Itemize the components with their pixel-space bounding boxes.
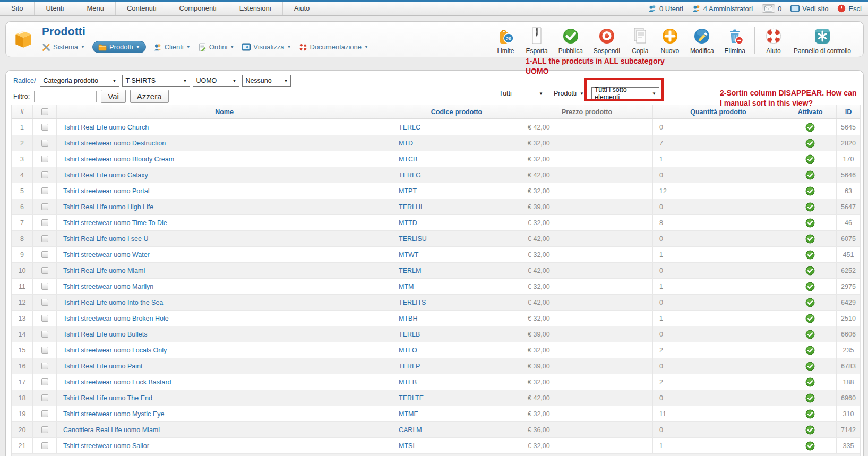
row-checkbox[interactable] [41,315,48,322]
publish-button[interactable]: Pubblica [554,26,588,55]
row-checkbox[interactable] [41,331,48,338]
row-checkbox[interactable] [41,171,48,178]
messages-link[interactable]: 0 [762,4,781,13]
row-checkbox[interactable] [41,124,48,131]
product-name-link[interactable]: Tshirt streetwear uomo Destruction [63,140,166,147]
menu-aiuto[interactable]: Aiuto [283,2,322,15]
subcategory-select-2[interactable]: UOMO ▼ [193,75,239,87]
menu-estensioni[interactable]: Estensioni [228,2,283,15]
row-checkbox[interactable] [41,156,48,162]
vm-menu-documentazione[interactable]: Documentazione ▼ [299,43,368,51]
row-checkbox[interactable] [41,410,48,417]
status-select[interactable]: Tutti ▼ [496,88,546,99]
active-check-icon[interactable] [805,441,815,451]
column-header-name[interactable]: Nome [57,105,392,118]
active-check-icon[interactable] [805,409,815,419]
product-name-link[interactable]: Tshirt streetwear uomo Locals Only [63,347,167,354]
active-check-icon[interactable] [805,186,815,196]
row-checkbox[interactable] [41,378,48,385]
product-name-link[interactable]: Canottiera Real Life uomo Miami [63,426,160,434]
product-name-link[interactable]: Tshirt Real Life uomo Paint [63,363,142,370]
active-check-icon[interactable] [805,314,815,323]
active-check-icon[interactable] [805,234,815,244]
reset-button[interactable]: Azzera [130,90,169,103]
active-check-icon[interactable] [805,377,815,387]
vm-menu-sistema[interactable]: Sistema ▼ [42,43,85,51]
row-checkbox[interactable] [41,235,48,242]
root-category-link[interactable]: Radice/ [13,77,36,84]
active-check-icon[interactable] [805,362,815,371]
active-check-icon[interactable] [805,154,815,164]
menu-contenuti[interactable]: Contenuti [116,2,168,15]
product-name-link[interactable]: Tshirt Real Life uomo Galaxy [63,171,148,179]
row-checkbox[interactable] [41,442,48,449]
limit-button[interactable]: 20 Limite [491,26,520,55]
row-checkbox[interactable] [41,347,48,354]
product-name-link[interactable]: Tshirt Real Life uomo Into the Sea [63,299,163,306]
control-panel-button[interactable]: Pannello di controllo [789,26,856,55]
row-checkbox[interactable] [41,363,48,369]
row-checkbox[interactable] [41,267,48,274]
active-check-icon[interactable] [805,250,815,260]
active-check-icon[interactable] [805,346,815,355]
product-name-link[interactable]: Tshirt Real Life uomo The End [63,394,152,402]
active-check-icon[interactable] [805,330,815,339]
product-name-link[interactable]: Tshirt Real Life uomo Miami [63,267,145,274]
active-check-icon[interactable] [805,393,815,403]
active-check-icon[interactable] [805,425,815,435]
menu-menu[interactable]: Menu [75,2,116,15]
subcategory-select-1[interactable]: T-SHIRTS ▼ [122,75,190,87]
export-button[interactable]: Esporta [521,26,552,55]
column-header-code[interactable]: Codice prodotto [392,105,521,118]
product-name-link[interactable]: Tshirt streetwear uomo Mystic Eye [63,410,164,418]
row-checkbox[interactable] [41,426,48,433]
row-checkbox[interactable] [41,219,48,226]
product-name-link[interactable]: Tshirt streetwear uomo Water [63,251,150,259]
product-name-link[interactable]: Tshirt Real Life uomo Bullets [63,331,147,338]
edit-button[interactable]: Modifica [685,26,719,55]
active-check-icon[interactable] [805,123,815,132]
row-checkbox[interactable] [41,394,48,401]
active-check-icon[interactable] [805,282,815,291]
row-checkbox[interactable] [41,140,48,147]
active-check-icon[interactable] [805,202,815,212]
category-select[interactable]: Categoria prodotto ▼ [40,75,119,87]
product-name-link[interactable]: Tshirt streetwear uomo Sailor [63,442,149,450]
scope-select[interactable]: Tutti i sotto elementi ▼ [591,87,659,100]
row-checkbox[interactable] [41,299,48,306]
vm-menu-ordini[interactable]: Ordini ▼ [198,43,235,51]
row-checkbox[interactable] [41,203,48,210]
active-check-icon[interactable] [805,218,815,228]
filter-input[interactable] [34,91,97,102]
copy-button[interactable]: Copia [626,26,655,55]
active-check-icon[interactable] [805,170,815,180]
product-name-link[interactable]: Tshirt streetwear uomo Fuck Bastard [63,378,171,386]
product-name-link[interactable]: Tshirt Real Life uomo Church [63,124,149,131]
vm-menu-visualizza[interactable]: Visualizza ▼ [242,43,291,51]
product-name-link[interactable]: Tshirt streetwear uomo Marilyn [63,283,153,290]
help-button[interactable]: Aiuto [759,26,788,55]
product-name-link[interactable]: Tshirt streetwear uomo Broken Hole [63,315,169,322]
product-name-link[interactable]: Tshirt Real Life uomo High Life [63,203,153,211]
active-check-icon[interactable] [805,298,815,307]
product-name-link[interactable]: Tshirt streetwear uomo Bloody Cream [63,156,174,163]
select-all-checkbox[interactable] [41,108,48,115]
logout-link[interactable]: Esci [837,4,862,13]
product-name-link[interactable]: Tshirt streetwear uomo Portal [63,187,150,195]
suspend-button[interactable]: Sospendi [589,26,625,55]
active-check-icon[interactable] [805,266,815,276]
row-checkbox[interactable] [41,251,48,258]
new-button[interactable]: Nuovo [656,26,684,55]
product-name-link[interactable]: Tshirt Real Life uomo I see U [63,235,149,243]
active-check-icon[interactable] [805,139,815,148]
menu-sito[interactable]: Sito [0,2,35,15]
vm-menu-prodotti[interactable]: Prodotti ▼ [92,41,146,53]
row-checkbox[interactable] [41,187,48,194]
row-checkbox[interactable] [41,283,48,290]
logged-users-link[interactable]: 0 Utenti [648,4,683,13]
vm-menu-clienti[interactable]: Clienti ▼ [153,43,191,51]
product-name-link[interactable]: Tshirt streetwear uomo Time To Die [63,219,167,227]
delete-button[interactable]: Elimina [720,26,750,55]
subcategory-select-3[interactable]: Nessuno ▼ [242,75,291,87]
logged-admins-link[interactable]: 4 Amministratori [692,4,753,13]
